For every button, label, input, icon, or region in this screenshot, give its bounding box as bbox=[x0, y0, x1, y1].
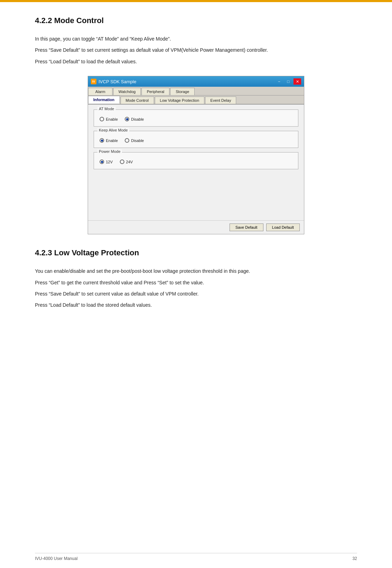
tab-watchdog[interactable]: Watchdog bbox=[113, 88, 141, 95]
section-423-para3: Press “Save Default” to set current valu… bbox=[35, 290, 357, 298]
tab-event-delay[interactable]: Event Delay bbox=[205, 97, 236, 104]
section-423-text-block: You can enable/disable and set the pre-b… bbox=[35, 267, 357, 309]
page-content: 4.2.2 Mode Control In this page, you can… bbox=[0, 2, 392, 341]
titlebar-left: IV IVCP SDK Sample bbox=[91, 79, 136, 84]
tab-row1-spacer bbox=[195, 87, 304, 95]
footer-left: IVU-4000 User Manual bbox=[35, 556, 78, 561]
window-titlebar: IV IVCP SDK Sample − □ ✕ bbox=[88, 76, 304, 87]
save-default-button[interactable]: Save Default bbox=[230, 223, 263, 231]
keep-alive-mode-group: Keep Alive Mode Enable Disable bbox=[94, 131, 298, 148]
window-controls: − □ ✕ bbox=[275, 78, 301, 85]
window-title: IVCP SDK Sample bbox=[99, 79, 136, 84]
section-422-para2: Press “Save Default” to set current sett… bbox=[35, 46, 357, 54]
tab-low-voltage[interactable]: Low Voltage Protection bbox=[155, 97, 205, 104]
tabs-row2: Information Mode Control Low Voltage Pro… bbox=[88, 95, 304, 105]
power-mode-12v-radio[interactable] bbox=[100, 159, 104, 164]
power-mode-12v[interactable]: 12V bbox=[100, 159, 113, 164]
at-mode-enable-radio[interactable] bbox=[100, 117, 104, 121]
close-button[interactable]: ✕ bbox=[293, 78, 301, 85]
keep-alive-title: Keep Alive Mode bbox=[97, 128, 129, 132]
section-422-para3: Press “Load Default” to load the default… bbox=[35, 58, 357, 65]
tab-mode-control[interactable]: Mode Control bbox=[121, 97, 154, 104]
at-mode-title: AT Mode bbox=[97, 107, 116, 111]
keep-alive-radio-row: Enable Disable bbox=[100, 138, 292, 143]
at-mode-group: AT Mode Enable Disable bbox=[94, 109, 298, 127]
tab-row2-spacer bbox=[237, 95, 304, 104]
power-mode-group: Power Mode 12V 24V bbox=[94, 152, 298, 169]
footer-right: 32 bbox=[353, 556, 357, 561]
load-default-button[interactable]: Load Default bbox=[266, 223, 300, 231]
power-mode-title: Power Mode bbox=[97, 149, 122, 154]
app-icon: IV bbox=[91, 79, 96, 84]
tabs-row1: Alarm Watchdog Peripheral Storage bbox=[88, 87, 304, 95]
maximize-button[interactable]: □ bbox=[284, 78, 292, 85]
at-mode-disable[interactable]: Disable bbox=[125, 117, 144, 121]
section-422-title: 4.2.2 Mode Control bbox=[35, 16, 357, 25]
section-422-text-block: In this page, you can toggle “AT Mode” a… bbox=[35, 35, 357, 65]
section-422-para1: In this page, you can toggle “AT Mode” a… bbox=[35, 35, 357, 43]
section-423-para2: Press “Get” to get the current threshold… bbox=[35, 279, 357, 286]
power-mode-24v[interactable]: 24V bbox=[120, 159, 133, 164]
keep-alive-enable[interactable]: Enable bbox=[100, 138, 118, 143]
window-bottom-bar: Save Default Load Default bbox=[88, 220, 304, 234]
tab-alarm[interactable]: Alarm bbox=[88, 88, 112, 95]
keep-alive-enable-radio[interactable] bbox=[100, 138, 104, 143]
at-mode-disable-radio[interactable] bbox=[125, 117, 129, 121]
keep-alive-disable-radio[interactable] bbox=[125, 138, 129, 143]
page-footer: IVU-4000 User Manual 32 bbox=[35, 553, 357, 561]
tab-storage[interactable]: Storage bbox=[170, 88, 195, 95]
at-mode-enable[interactable]: Enable bbox=[100, 117, 118, 121]
window-mock: IV IVCP SDK Sample − □ ✕ Alarm Watchdog … bbox=[88, 76, 304, 234]
section-423-title: 4.2.3 Low Voltage Protection bbox=[35, 248, 357, 257]
tab-peripheral[interactable]: Peripheral bbox=[141, 88, 169, 95]
power-mode-radio-row: 12V 24V bbox=[100, 159, 292, 164]
power-mode-24v-radio[interactable] bbox=[120, 159, 124, 164]
section-423-para1: You can enable/disable and set the pre-b… bbox=[35, 267, 357, 275]
minimize-button[interactable]: − bbox=[275, 78, 283, 85]
section-423-para4: Press “Load Default” to load the stored … bbox=[35, 301, 357, 309]
keep-alive-disable[interactable]: Disable bbox=[125, 138, 144, 143]
tab-information[interactable]: Information bbox=[88, 96, 120, 104]
at-mode-radio-row: Enable Disable bbox=[100, 117, 292, 121]
window-body: AT Mode Enable Disable Keep Alive Mode bbox=[88, 105, 304, 220]
body-spacer bbox=[94, 173, 298, 215]
